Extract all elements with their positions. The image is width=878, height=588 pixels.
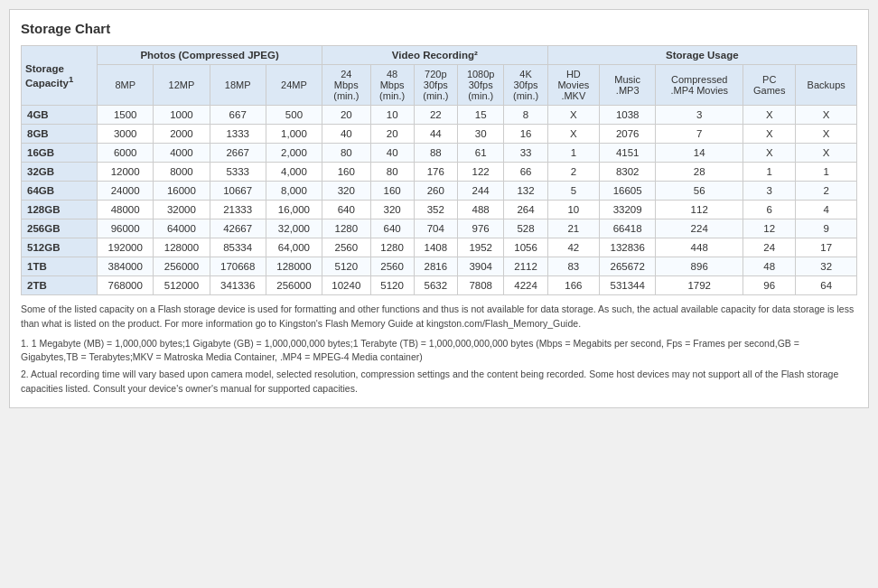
footnote-2: 2. Actual recording time will vary based…: [21, 368, 857, 397]
capacity-cell: 1TB: [22, 257, 98, 276]
data-cell: 170668: [210, 257, 266, 276]
capacity-cell: 16GB: [22, 144, 98, 163]
data-cell: 768000: [98, 276, 154, 295]
data-cell: 10240: [322, 276, 370, 295]
data-cell: 2: [796, 182, 857, 201]
data-cell: 6000: [98, 144, 154, 163]
data-cell: 8: [504, 106, 547, 125]
data-cell: 16000: [154, 182, 210, 201]
data-cell: 64: [796, 276, 857, 295]
data-cell: 1952: [457, 238, 504, 257]
data-cell: 1038: [600, 106, 656, 125]
data-cell: 1056: [504, 238, 547, 257]
data-cell: 192000: [98, 238, 154, 257]
group-header-row: StorageCapacity1 Photos (Compressed JPEG…: [22, 46, 857, 65]
data-cell: 341336: [210, 276, 266, 295]
data-cell: 1792: [656, 276, 743, 295]
data-cell: 896: [656, 257, 743, 276]
data-cell: 10667: [210, 182, 266, 201]
data-cell: 16,000: [266, 201, 322, 219]
table-row: 2TB7680005120003413362560001024051205632…: [22, 276, 857, 295]
data-cell: X: [796, 106, 857, 125]
data-cell: 12000: [98, 163, 154, 182]
data-cell: 10: [547, 201, 599, 219]
data-cell: 3000: [98, 125, 154, 144]
data-cell: 66418: [600, 219, 656, 238]
photos-group-header: Photos (Compressed JPEG): [98, 46, 322, 65]
col-hd-movies: HDMovies.MKV: [547, 65, 599, 106]
data-cell: 61: [457, 144, 504, 163]
data-cell: 1280: [370, 238, 414, 257]
data-cell: 166: [547, 276, 599, 295]
data-cell: 5333: [210, 163, 266, 182]
col-720p: 720p30fps(min.): [414, 65, 457, 106]
data-cell: 132836: [600, 238, 656, 257]
data-cell: 244: [457, 182, 504, 201]
data-cell: 83: [547, 257, 599, 276]
chart-title: Storage Chart: [21, 21, 857, 36]
data-cell: 32,000: [266, 219, 322, 238]
data-cell: 160: [370, 182, 414, 201]
data-cell: 3: [656, 106, 743, 125]
data-cell: 10: [370, 106, 414, 125]
data-cell: 20: [322, 106, 370, 125]
data-cell: 30: [457, 125, 504, 144]
data-cell: 2: [547, 163, 599, 182]
data-cell: 66: [504, 163, 547, 182]
table-row: 64GB2400016000106678,0003201602602441325…: [22, 182, 857, 201]
data-cell: 2667: [210, 144, 266, 163]
data-cell: 176: [414, 163, 457, 182]
data-cell: 3904: [457, 257, 504, 276]
data-cell: 28: [656, 163, 743, 182]
data-cell: 16605: [600, 182, 656, 201]
data-cell: 976: [457, 219, 504, 238]
data-cell: 488: [457, 201, 504, 219]
data-cell: 64,000: [266, 238, 322, 257]
capacity-cell: 8GB: [22, 125, 98, 144]
col-backups: Backups: [796, 65, 857, 106]
data-cell: 24000: [98, 182, 154, 201]
col-48mbps: 48Mbps(min.): [370, 65, 414, 106]
data-cell: 40: [322, 125, 370, 144]
data-cell: 384000: [98, 257, 154, 276]
data-cell: 20: [370, 125, 414, 144]
data-cell: 42667: [210, 219, 266, 238]
data-cell: 1: [743, 163, 796, 182]
data-cell: X: [547, 106, 599, 125]
data-cell: 2816: [414, 257, 457, 276]
data-cell: 704: [414, 219, 457, 238]
data-cell: 85334: [210, 238, 266, 257]
data-cell: 21: [547, 219, 599, 238]
data-cell: 112: [656, 201, 743, 219]
data-cell: 32000: [154, 201, 210, 219]
data-cell: 5120: [370, 276, 414, 295]
data-cell: 5120: [322, 257, 370, 276]
footnote-main: Some of the listed capacity on a Flash s…: [21, 303, 857, 331]
table-row: 1TB3840002560001706681280005120256028163…: [22, 257, 857, 276]
data-cell: 33: [504, 144, 547, 163]
data-cell: 320: [370, 201, 414, 219]
data-cell: 1,000: [266, 125, 322, 144]
data-cell: 80: [370, 163, 414, 182]
data-cell: 2,000: [266, 144, 322, 163]
data-cell: 4151: [600, 144, 656, 163]
data-cell: 528: [504, 219, 547, 238]
data-cell: 17: [796, 238, 857, 257]
data-cell: X: [547, 125, 599, 144]
data-cell: 48000: [98, 201, 154, 219]
footnote-items: 1. 1 Megabyte (MB) = 1,000,000 bytes;1 G…: [21, 337, 857, 397]
table-row: 4GB15001000667500201022158X10383XX: [22, 106, 857, 125]
footnote-1: 1. 1 Megabyte (MB) = 1,000,000 bytes;1 G…: [21, 337, 857, 366]
table-row: 32GB12000800053334,000160801761226628302…: [22, 163, 857, 182]
video-group-header: Video Recording²: [322, 46, 548, 65]
data-cell: 42: [547, 238, 599, 257]
data-cell: 512000: [154, 276, 210, 295]
data-cell: 33209: [600, 201, 656, 219]
data-cell: 2112: [504, 257, 547, 276]
capacity-cell: 4GB: [22, 106, 98, 125]
data-cell: 4000: [154, 144, 210, 163]
data-cell: 265672: [600, 257, 656, 276]
data-cell: 8000: [154, 163, 210, 182]
table-row: 16GB6000400026672,00080408861331415114XX: [22, 144, 857, 163]
data-cell: 352: [414, 201, 457, 219]
